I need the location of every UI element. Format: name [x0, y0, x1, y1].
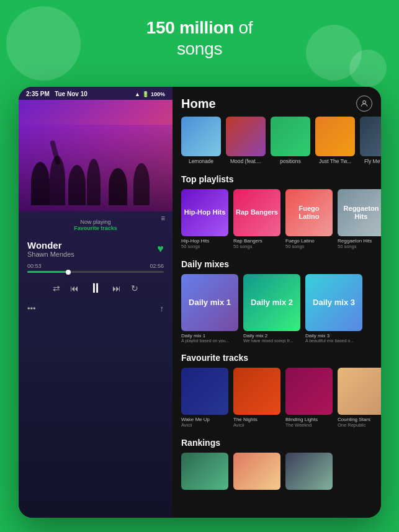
duration-time: 02:56	[150, 263, 164, 269]
track-artist: Shawn Mendes	[27, 250, 74, 258]
recent-label: Lemonade	[181, 158, 221, 164]
list-item[interactable]: The Nights Avicii	[233, 368, 280, 428]
wifi-icon: ▲	[135, 91, 140, 97]
daily-mix-thumb: Daily mix 2	[243, 274, 300, 331]
recent-label: Just The Tw...	[315, 158, 355, 164]
rankings-grid	[173, 453, 381, 496]
top-playlists-grid: Hip-Hop Hits Hip-Hop Hits 50 songs Rap B…	[173, 189, 381, 255]
svg-point-0	[363, 100, 366, 104]
repeat-button[interactable]: ↻	[131, 283, 138, 293]
fav-title: Blinding Lights	[285, 417, 333, 422]
mix-name: Daily mix 3	[305, 333, 362, 339]
fav-artist: The Weeknd	[285, 422, 333, 428]
list-item[interactable]: Mood (feat....	[226, 117, 266, 164]
daily-mix-thumb: Daily mix 3	[305, 274, 362, 331]
playlist-songs: 50 songs	[181, 244, 228, 249]
playlist-thumb: Hip-Hop Hits	[181, 189, 228, 236]
list-item[interactable]	[233, 453, 280, 490]
album-art	[19, 100, 173, 211]
fav-thumb	[285, 368, 333, 415]
playlist-name: Hip-Hop Hits	[181, 238, 228, 244]
daily-mixes-grid: Daily mix 1 Daily mix 1 A playlist based…	[173, 274, 381, 349]
top-playlists-heading: Top playlists	[173, 171, 381, 189]
device-frame: 2:35 PM Tue Nov 10 ▲ 🔋 100% Now playing	[19, 87, 381, 518]
mix-name: Daily mix 1	[181, 333, 238, 339]
filter-icon[interactable]: ≡	[161, 214, 165, 223]
list-item[interactable]: Lemonade	[181, 117, 221, 164]
progress-dot	[66, 270, 71, 275]
fav-title: Counting Stars	[338, 417, 381, 422]
extra-controls: ••• ↑	[19, 301, 173, 318]
recent-label: Mood (feat....	[226, 158, 266, 164]
home-title: Home	[181, 97, 216, 111]
battery-icon: 🔋	[142, 91, 149, 97]
recent-label: positions	[271, 158, 310, 164]
list-item[interactable]: Blinding Lights The Weeknd	[285, 368, 333, 428]
list-item[interactable]: Counting Stars One Republic	[338, 368, 381, 428]
list-item[interactable]: Daily mix 3 Daily mix 3 A beautiful mix …	[305, 274, 362, 343]
list-item[interactable]: positions	[271, 117, 310, 164]
list-item[interactable]: Reggaeton Hits Reggaeton Hits 50 songs	[338, 189, 381, 249]
list-item[interactable]: Fuego Latino Fuego Latino 50 songs	[285, 189, 333, 249]
status-time: 2:35 PM Tue Nov 10	[26, 91, 87, 97]
favourite-tracks-heading: Favourite tracks	[173, 349, 381, 368]
recent-tracks-scroll[interactable]: Lemonade Mood (feat.... positions Just T…	[173, 117, 381, 171]
playlist-songs: 50 songs	[338, 244, 381, 249]
mix-desc: We have mixed songs fr...	[243, 339, 300, 343]
playlist-songs: 50 songs	[233, 244, 280, 249]
heart-icon[interactable]: ♥	[157, 242, 164, 255]
recent-thumb	[360, 117, 381, 156]
list-item[interactable]	[181, 453, 228, 490]
list-item[interactable]: Just The Tw...	[315, 117, 355, 164]
now-playing-label: Now playing	[19, 219, 173, 225]
rankings-heading: Rankings	[173, 434, 381, 453]
list-item[interactable]: Hip-Hop Hits Hip-Hop Hits 50 songs	[181, 189, 228, 249]
rank-thumb	[285, 453, 333, 490]
progress-bar[interactable]	[27, 271, 164, 273]
fav-artist: One Republic	[338, 422, 381, 428]
now-playing-panel: 2:35 PM Tue Nov 10 ▲ 🔋 100% Now playing	[19, 87, 173, 518]
playlist-thumb: Fuego Latino	[285, 189, 333, 236]
mix-name: Daily mix 2	[243, 333, 300, 339]
mix-desc: A playlist based on you...	[181, 339, 238, 343]
promo-heading: 150 million of songs	[0, 0, 399, 59]
more-button[interactable]: •••	[27, 304, 36, 313]
playlist-name: Reggaeton Hits	[338, 238, 381, 244]
play-pause-button[interactable]: ⏸	[89, 280, 102, 296]
fav-title: The Nights	[233, 417, 280, 422]
mix-desc: A beautiful mix based o...	[305, 339, 362, 343]
playback-controls: ⇄ ⏮ ⏸ ⏭ ↻	[19, 275, 173, 301]
recent-thumb	[181, 117, 221, 156]
playlist-name: Fuego Latino	[285, 238, 333, 244]
list-item[interactable]: Wake Me Up Avicii	[181, 368, 228, 428]
favourite-tracks-grid: Wake Me Up Avicii The Nights Avicii Blin…	[173, 368, 381, 434]
recent-thumb	[271, 117, 310, 156]
track-title: Wonder	[27, 240, 74, 250]
home-header: Home	[173, 87, 381, 117]
next-button[interactable]: ⏭	[112, 283, 121, 293]
share-button[interactable]: ↑	[160, 304, 164, 313]
shuffle-button[interactable]: ⇄	[53, 283, 60, 293]
list-item[interactable]: Daily mix 1 Daily mix 1 A playlist based…	[181, 274, 238, 343]
now-playing-playlist: Favourite tracks	[19, 225, 173, 231]
recent-thumb	[315, 117, 355, 156]
progress-fill	[27, 271, 68, 273]
status-icons: ▲ 🔋 100%	[135, 91, 165, 97]
fav-thumb	[233, 368, 280, 415]
rank-thumb	[181, 453, 228, 490]
list-item[interactable]: Fly Me To T...	[360, 117, 381, 164]
fav-thumb	[338, 368, 381, 415]
playlist-thumb: Reggaeton Hits	[338, 189, 381, 236]
list-item[interactable]: Daily mix 2 Daily mix 2 We have mixed so…	[243, 274, 300, 343]
fav-artist: Avicii	[181, 422, 228, 428]
elapsed-time: 00:53	[27, 263, 42, 269]
recent-label: Fly Me To T...	[360, 158, 381, 164]
playlist-songs: 50 songs	[285, 244, 333, 249]
daily-mix-thumb: Daily mix 1	[181, 274, 238, 331]
profile-icon[interactable]	[356, 95, 372, 112]
list-item[interactable]: Rap Bangers Rap Bangers 50 songs	[233, 189, 280, 249]
list-item[interactable]	[285, 453, 333, 490]
prev-button[interactable]: ⏮	[70, 283, 79, 293]
fav-title: Wake Me Up	[181, 417, 228, 422]
fav-thumb	[181, 368, 228, 415]
